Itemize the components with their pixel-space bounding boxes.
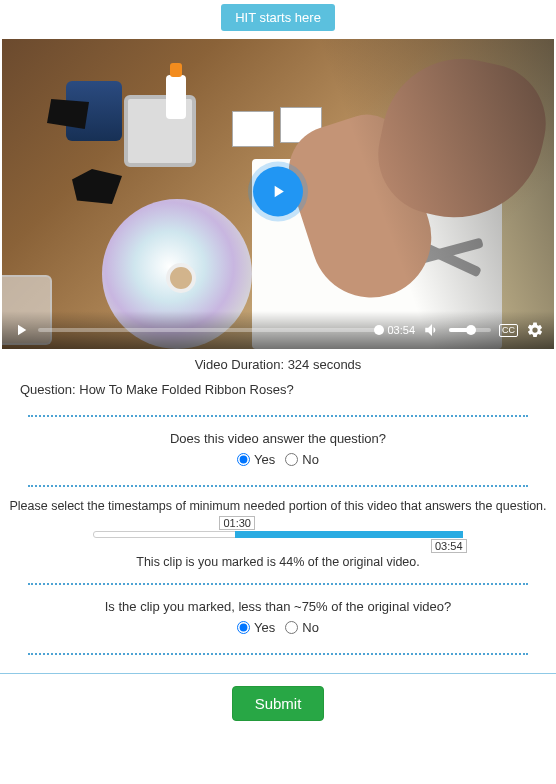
captions-button[interactable]: CC <box>499 324 518 337</box>
q1-yes-radio[interactable] <box>237 453 250 466</box>
play-icon[interactable] <box>12 321 30 339</box>
radio-label: Yes <box>254 620 275 635</box>
volume-slider[interactable] <box>449 328 491 332</box>
q2-radio-group: Yes No <box>2 614 554 639</box>
volume-icon[interactable] <box>423 321 441 339</box>
radio-label: No <box>302 452 319 467</box>
divider-full <box>0 673 556 674</box>
question-text: Question: How To Make Folded Ribbon Rose… <box>0 380 556 409</box>
volume-fill <box>449 328 469 332</box>
scene-shadow <box>304 39 554 349</box>
q1-prompt: Does this video answer the question? <box>2 431 554 446</box>
q1-no-radio[interactable] <box>285 453 298 466</box>
timestamp-end-label: 03:54 <box>431 539 467 553</box>
radio-label: Yes <box>254 452 275 467</box>
divider <box>28 653 528 655</box>
q2-no-radio[interactable] <box>285 621 298 634</box>
q2-prompt: Is the clip you marked, less than ~75% o… <box>2 599 554 614</box>
scene-scrap <box>72 169 122 204</box>
divider <box>28 415 528 417</box>
slider-range[interactable] <box>235 531 463 538</box>
gear-icon[interactable] <box>526 321 544 339</box>
video-player[interactable]: 03:54 CC <box>2 39 554 349</box>
scene-stamp-box <box>232 111 274 147</box>
q2-yes-radio[interactable] <box>237 621 250 634</box>
scene-glue <box>166 75 186 119</box>
timestamp-slider[interactable]: 01:30 03:54 <box>93 517 463 551</box>
q1-yes-option[interactable]: Yes <box>237 452 275 467</box>
current-time: 03:54 <box>387 324 415 336</box>
q2-yes-option[interactable]: Yes <box>237 620 275 635</box>
video-duration-label: Video Duration: 324 seconds <box>2 357 554 372</box>
play-icon <box>268 182 288 202</box>
scene-scrap <box>47 99 89 129</box>
q2-no-option[interactable]: No <box>285 620 319 635</box>
clip-percentage-text: This clip is you marked is 44% of the or… <box>0 551 556 577</box>
radio-label: No <box>302 620 319 635</box>
timestamp-prompt: Please select the timestamps of minimum … <box>0 493 556 515</box>
q1-no-option[interactable]: No <box>285 452 319 467</box>
q1-radio-group: Yes No <box>2 446 554 471</box>
divider <box>28 583 528 585</box>
play-button[interactable] <box>253 167 303 217</box>
divider <box>28 485 528 487</box>
hit-starts-button[interactable]: HIT starts here <box>221 4 335 31</box>
progress-bar[interactable] <box>38 328 379 332</box>
submit-button[interactable]: Submit <box>232 686 325 721</box>
video-controls: 03:54 CC <box>2 311 554 349</box>
timestamp-start-label: 01:30 <box>219 516 255 530</box>
